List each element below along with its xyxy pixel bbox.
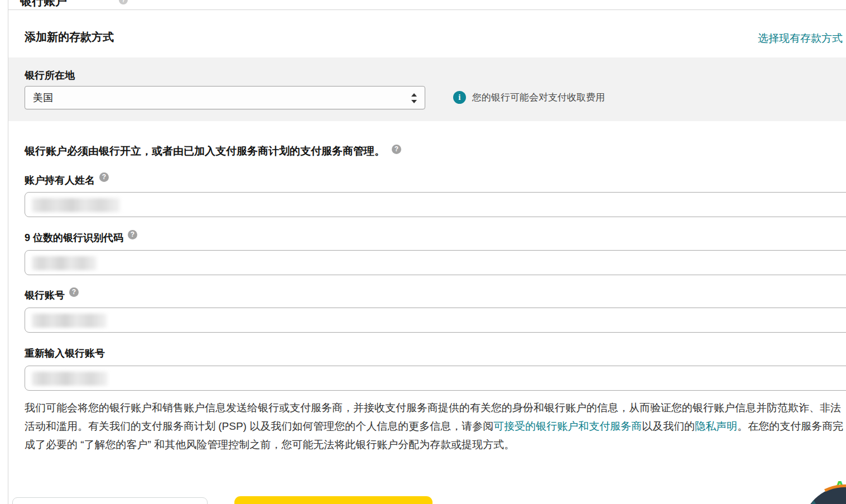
redacted-value — [32, 314, 107, 328]
requirement-note-text: 银行账户必须由银行开立，或者由已加入支付服务商计划的支付服务商管理。 — [25, 145, 385, 157]
submit-button[interactable] — [234, 496, 432, 504]
chat-assistant-widget[interactable] — [802, 487, 846, 504]
redacted-value — [32, 256, 97, 270]
bank-location-panel: 银行所在地 美国 i 您的银行可能会对支付收取费用 — [8, 57, 846, 121]
routing-number-label: 9 位数的银行识别代码 ? — [25, 231, 137, 244]
redacted-value — [32, 198, 120, 212]
fee-note-text: 您的银行可能会对支付收取费用 — [472, 91, 605, 104]
redacted-value — [32, 372, 108, 386]
page-title: 银行账户 — [20, 0, 67, 9]
routing-number-input[interactable] — [25, 250, 846, 275]
header-divider — [8, 9, 846, 10]
cancel-button[interactable] — [12, 497, 208, 504]
bank-account-number-label: 银行账号 ? — [25, 289, 79, 302]
help-icon[interactable]: ? — [128, 230, 137, 239]
field-label-text: 重新输入银行账号 — [25, 347, 105, 360]
account-holder-name-input[interactable] — [25, 192, 846, 217]
help-icon[interactable]: ? — [119, 0, 128, 4]
section-title: 添加新的存款方式 — [25, 30, 114, 45]
bank-account-number-input[interactable] — [25, 308, 846, 333]
field-label-text: 账户持有人姓名 — [25, 174, 95, 187]
field-label-text: 银行账号 — [25, 289, 65, 302]
bank-location-select[interactable]: 美国 — [25, 86, 425, 109]
privacy-notice-link[interactable]: 隐私声明 — [695, 420, 737, 432]
bank-location-selected-value: 美国 — [33, 91, 53, 104]
field-label-text: 9 位数的银行识别代码 — [25, 231, 123, 244]
account-holder-name-label: 账户持有人姓名 ? — [25, 174, 109, 187]
reenter-account-number-input[interactable] — [25, 366, 846, 391]
choose-existing-deposit-link[interactable]: 选择现有存款方式 — [758, 31, 843, 46]
page: 银行账户 ? 添加新的存款方式 选择现有存款方式 银行所在地 美国 i 您的银行… — [0, 0, 846, 504]
disclaimer-text: 以及我们的 — [642, 420, 695, 432]
acceptable-banks-link[interactable]: 可接受的银行账户和支付服务商 — [493, 420, 642, 432]
mascot-teal-accent-icon — [807, 500, 820, 504]
bank-location-label: 银行所在地 — [25, 69, 75, 82]
page-header-clipped: 银行账户 ? — [8, 0, 846, 9]
info-icon: i — [453, 91, 466, 104]
help-icon[interactable]: ? — [69, 287, 79, 297]
help-icon[interactable]: ? — [99, 172, 109, 182]
reenter-account-number-label: 重新输入银行账号 — [25, 347, 105, 360]
fee-info-row: i 您的银行可能会对支付收取费用 — [453, 91, 605, 104]
select-arrows-icon — [411, 93, 417, 104]
help-icon[interactable]: ? — [392, 145, 401, 154]
requirement-note: 银行账户必须由银行开立，或者由已加入支付服务商计划的支付服务商管理。? — [25, 144, 401, 159]
psp-disclaimer: 我们可能会将您的银行账户和销售账户信息发送给银行或支付服务商，并接收支付服务商提… — [25, 399, 844, 454]
